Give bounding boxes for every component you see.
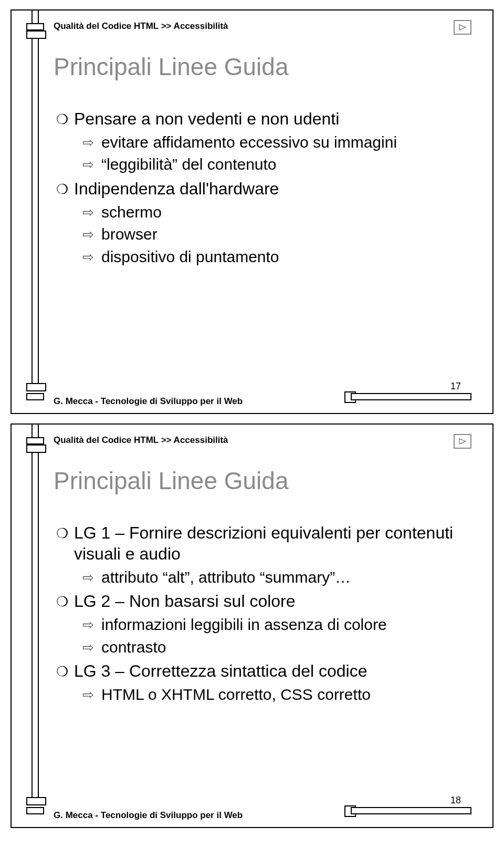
item-text: evitare affidamento eccessivo su immagin…: [101, 133, 397, 151]
footer-decor: [26, 807, 44, 814]
item-text: LG 1 – Fornire descrizioni equivalenti p…: [74, 523, 453, 563]
item-text: browser: [101, 225, 158, 243]
item-text: Indipendenza dall'hardware: [74, 179, 279, 198]
arrow-right-icon: ⇨: [82, 616, 101, 634]
slide-title: Principali Linee Guida: [54, 53, 289, 81]
arrow-right-icon: ⇨: [82, 134, 101, 151]
list-item: ⇨attributo “alt”, attributo “summary”…: [82, 567, 471, 587]
item-text: informazioni leggibili in assenza di col…: [101, 616, 387, 633]
list-item: ❍Indipendenza dall'hardware: [56, 178, 471, 199]
list-item: ⇨schermo: [82, 202, 471, 222]
svg-marker-1: [459, 439, 466, 444]
list-item: ⇨contrasto: [82, 637, 471, 657]
circle-bullet-icon: ❍: [56, 111, 74, 128]
breadcrumb: Qualità del Codice HTML >> Accessibilità: [54, 21, 228, 32]
circle-bullet-icon: ❍: [56, 181, 74, 198]
footer-text: G. Mecca - Tecnologie di Sviluppo per il…: [54, 396, 243, 407]
list-item: ❍LG 2 – Non basarsi sul colore: [56, 591, 471, 612]
arrow-right-icon: ⇨: [82, 226, 101, 243]
slide-nav-icon: [454, 20, 471, 35]
page-number: 18: [450, 795, 461, 806]
header-decor: [26, 23, 44, 30]
circle-bullet-icon: ❍: [56, 525, 74, 542]
page-number: 17: [450, 381, 461, 392]
footer-decor: [351, 393, 471, 400]
item-text: LG 3 – Correttezza sintattica del codice: [74, 661, 368, 680]
spine-decor: [32, 448, 39, 802]
slide-content: ❍Pensare a non vedenti e non udenti ⇨evi…: [56, 105, 471, 269]
item-text: contrasto: [101, 638, 166, 656]
item-text: attributo “alt”, attributo “summary”…: [101, 568, 351, 586]
footer-decor: [26, 393, 44, 400]
circle-bullet-icon: ❍: [56, 593, 74, 611]
item-text: schermo: [101, 203, 162, 221]
breadcrumb: Qualità del Codice HTML >> Accessibilità: [54, 435, 228, 446]
footer-text: G. Mecca - Tecnologie di Sviluppo per il…: [54, 810, 243, 821]
slide-content: ❍LG 1 – Fornire descrizioni equivalenti …: [56, 519, 471, 707]
slide-title: Principali Linee Guida: [54, 467, 289, 495]
arrow-right-icon: ⇨: [82, 249, 101, 266]
footer-decor: [351, 807, 471, 814]
item-text: Pensare a non vedenti e non udenti: [74, 109, 339, 128]
slide: Qualità del Codice HTML >> Accessibilità…: [10, 9, 494, 414]
list-item: ⇨informazioni leggibili in assenza di co…: [82, 615, 471, 635]
arrow-right-icon: ⇨: [82, 156, 101, 173]
list-item: ⇨browser: [82, 224, 471, 244]
list-item: ⇨dispositivo di puntamento: [82, 247, 471, 267]
item-text: HTML o XHTML corretto, CSS corretto: [101, 686, 371, 703]
list-item: ⇨evitare affidamento eccessivo su immagi…: [82, 132, 471, 152]
arrow-right-icon: ⇨: [82, 686, 101, 704]
svg-marker-0: [459, 25, 466, 30]
arrow-right-icon: ⇨: [82, 639, 101, 656]
list-item: ⇨“leggibilità” del contenuto: [82, 154, 471, 174]
circle-bullet-icon: ❍: [56, 663, 74, 680]
header-decor: [26, 437, 44, 444]
spine-decor: [32, 34, 39, 388]
arrow-right-icon: ⇨: [82, 569, 101, 586]
list-item: ❍LG 1 – Fornire descrizioni equivalenti …: [56, 522, 471, 564]
slide-nav-icon: [454, 434, 471, 449]
arrow-right-icon: ⇨: [82, 204, 101, 221]
item-text: “leggibilità” del contenuto: [101, 156, 277, 173]
item-text: LG 2 – Non basarsi sul colore: [74, 592, 296, 611]
list-item: ❍Pensare a non vedenti e non udenti: [56, 108, 471, 129]
list-item: ⇨HTML o XHTML corretto, CSS corretto: [82, 685, 471, 705]
slide: Qualità del Codice HTML >> Accessibilità…: [10, 423, 494, 828]
list-item: ❍LG 3 – Correttezza sintattica del codic…: [56, 660, 471, 681]
item-text: dispositivo di puntamento: [101, 248, 279, 265]
